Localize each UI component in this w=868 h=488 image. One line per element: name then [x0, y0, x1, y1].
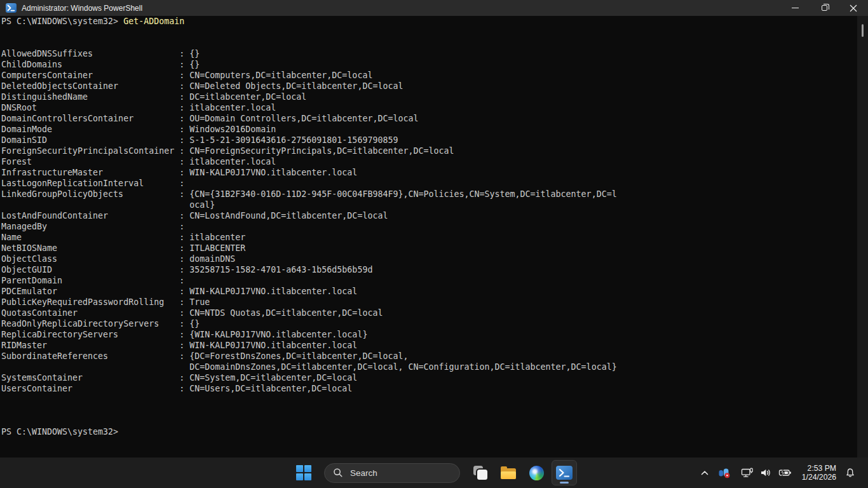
file-explorer-icon [501, 467, 516, 479]
powershell-taskbar-button[interactable] [550, 458, 578, 488]
app-alert-icon [718, 467, 731, 478]
window-title: Administrator: Windows PowerShell [22, 4, 142, 13]
restore-button[interactable] [810, 0, 839, 16]
volume-icon [760, 468, 772, 477]
screen: Administrator: Windows PowerShell PS C [0, 0, 868, 488]
tray-clock[interactable]: 2:53 PM 1/24/2026 [797, 464, 841, 482]
minimize-button[interactable] [780, 0, 810, 16]
notification-bell-button[interactable] [841, 459, 860, 486]
tray-chevron-button[interactable] [696, 459, 714, 486]
powershell-glyph-icon [559, 468, 570, 478]
taskbar-tray: 2:53 PM 1/24/2026 [696, 458, 868, 488]
prompt-text: PS C:\WINDOWS\system32> [1, 17, 118, 26]
scrollbar-track[interactable] [857, 16, 868, 458]
active-app-tile [552, 460, 577, 485]
restore-icon [822, 5, 827, 11]
taskbar-center: Search [290, 458, 578, 488]
battery-charging-icon [778, 468, 792, 477]
close-button[interactable] [839, 0, 868, 16]
command-line: PS C:\WINDOWS\system32>Get-ADDomain [1, 16, 857, 27]
taskbar: Search [0, 458, 868, 488]
edge-icon [529, 466, 544, 480]
search-label: Search [350, 468, 377, 478]
search-icon [333, 468, 343, 478]
caption-buttons [780, 0, 868, 16]
chevron-up-icon [700, 470, 709, 476]
command-text: Get-ADDomain [123, 17, 184, 26]
tray-time: 2:53 PM [802, 464, 836, 473]
start-button[interactable] [290, 458, 318, 488]
tray-status-area[interactable] [735, 468, 797, 478]
network-display-icon [741, 468, 754, 478]
search-box[interactable]: Search [324, 463, 460, 483]
tray-app-alert-button[interactable] [714, 459, 735, 486]
titlebar-left: Administrator: Windows PowerShell [6, 0, 142, 16]
bell-icon [845, 468, 855, 478]
console[interactable]: PS C:\WINDOWS\system32>Get-ADDomain Allo… [0, 16, 857, 458]
console-output: AllowedDNSSuffixes : {} ChildDomains : {… [1, 27, 857, 437]
tray-date: 1/24/2026 [802, 473, 836, 482]
close-icon [850, 4, 857, 12]
powershell-app-icon [6, 3, 17, 13]
edge-button[interactable] [522, 458, 550, 488]
scrollbar-thumb[interactable] [862, 24, 864, 37]
minimize-icon [792, 8, 799, 8]
powershell-glyph-icon [7, 4, 15, 11]
task-view-button[interactable] [466, 458, 494, 488]
task-view-icon [473, 465, 488, 480]
active-app-indicator [560, 482, 569, 484]
titlebar: Administrator: Windows PowerShell [0, 0, 868, 16]
windows-logo-icon [296, 465, 311, 480]
file-explorer-button[interactable] [494, 458, 522, 488]
powershell-taskbar-icon [556, 466, 573, 480]
powershell-window: Administrator: Windows PowerShell PS C [0, 0, 868, 458]
